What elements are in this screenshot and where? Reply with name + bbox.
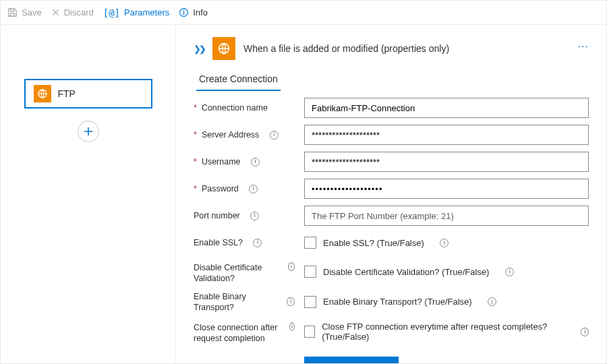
info-icon[interactable]: i (288, 262, 295, 271)
save-icon (7, 7, 18, 18)
label-password: *Password i (194, 183, 295, 194)
close-conn-check-label: Close FTP connection everytime after req… (322, 322, 565, 342)
label-port-number: Port number i (194, 210, 295, 221)
trigger-card-ftp[interactable]: FTP (24, 79, 152, 109)
add-step-button[interactable] (78, 121, 99, 142)
connection-name-input[interactable] (304, 98, 589, 118)
ftp-connector-icon (34, 85, 51, 102)
save-label: Save (22, 7, 42, 18)
discard-label: Discard (64, 7, 94, 18)
app-root: Save Discard [@] Parameters Info (0, 0, 607, 364)
tab-create-connection[interactable]: Create Connection (196, 69, 281, 91)
enable-binary-check-label: Enable Binary Transport? (True/False) (323, 297, 472, 307)
label-disable-cert: Disable Certificate Validation? i (194, 260, 295, 284)
close-icon (51, 8, 60, 17)
designer-canvas: FTP (1, 25, 176, 363)
disable-cert-check-label: Disable Certificate Validation? (True/Fa… (323, 267, 489, 277)
label-username: *Username i (194, 156, 295, 167)
info-button[interactable]: Info (179, 7, 208, 18)
info-icon[interactable]: i (440, 239, 449, 247)
top-toolbar: Save Discard [@] Parameters Info (1, 1, 606, 25)
svg-rect-2 (183, 11, 184, 15)
parameters-label: Parameters (124, 7, 169, 18)
info-icon[interactable]: i (270, 131, 279, 140)
info-icon (179, 7, 189, 18)
trigger-title: When a file is added or modified (proper… (243, 43, 449, 54)
label-enable-binary: Enable Binary Transport? i (194, 291, 295, 313)
create-button[interactable]: Create (304, 357, 399, 364)
trigger-card-label: FTP (58, 88, 76, 99)
info-icon[interactable]: i (250, 212, 259, 220)
discard-button: Discard (51, 7, 94, 18)
label-server-address: *Server Address i (194, 129, 295, 140)
collapse-pane-button[interactable]: ❯❯ (194, 44, 204, 54)
username-input[interactable] (304, 152, 589, 172)
label-close-conn: Close connection after request completio… (194, 320, 295, 344)
disable-cert-checkbox[interactable] (304, 266, 316, 278)
info-icon[interactable]: i (249, 185, 258, 193)
tab-bar: Create Connection (196, 69, 589, 91)
enable-ssl-checkbox[interactable] (304, 237, 316, 249)
server-address-input[interactable] (304, 125, 589, 145)
ftp-connector-icon (212, 37, 235, 60)
info-icon[interactable]: i (505, 268, 514, 276)
info-icon[interactable]: i (488, 297, 496, 306)
enable-ssl-check-label: Enable SSL? (True/False) (323, 238, 424, 248)
svg-point-1 (183, 10, 185, 11)
info-icon[interactable]: i (289, 322, 295, 331)
connection-form: *Connection name *Server Address i *User… (194, 98, 589, 363)
overflow-menu-button[interactable]: ··· (578, 40, 589, 53)
body: FTP ❯❯ When a file is added or modified … (1, 25, 606, 363)
properties-pane: ❯❯ When a file is added or modified (pro… (176, 25, 606, 363)
enable-binary-checkbox[interactable] (304, 296, 316, 308)
info-icon[interactable]: i (287, 297, 295, 306)
label-connection-name: *Connection name (194, 102, 295, 113)
password-input[interactable] (304, 179, 589, 199)
port-number-input[interactable] (304, 206, 589, 226)
info-icon[interactable]: i (253, 239, 262, 247)
info-icon[interactable]: i (251, 158, 260, 166)
save-button: Save (7, 7, 42, 18)
trigger-header: ❯❯ When a file is added or modified (pro… (194, 37, 589, 60)
label-enable-ssl: Enable SSL? i (194, 237, 295, 248)
parameters-icon: [@] (103, 7, 120, 18)
info-icon[interactable]: i (581, 328, 589, 336)
parameters-button[interactable]: [@] Parameters (103, 7, 170, 18)
info-label: Info (193, 7, 208, 18)
close-conn-checkbox[interactable] (304, 326, 315, 338)
